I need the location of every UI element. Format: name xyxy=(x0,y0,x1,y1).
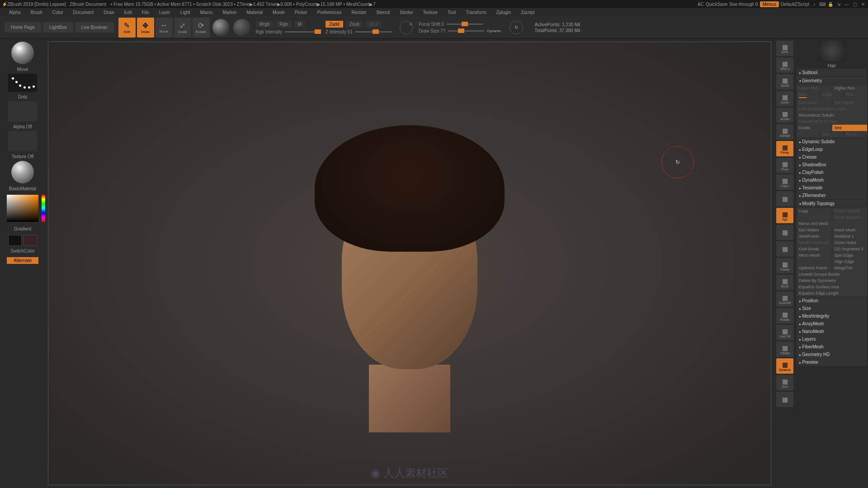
view-button[interactable]: ▦ xyxy=(776,392,793,407)
Scroll-button[interactable]: ▦Scroll xyxy=(776,74,793,89)
switch-color-button[interactable]: SwitchColor xyxy=(3,249,42,253)
layers-section[interactable]: Layers xyxy=(797,335,867,343)
gd-segments-3-button[interactable]: GD Segments 3 xyxy=(832,246,868,252)
m-button[interactable]: M xyxy=(294,21,305,28)
secondary-color-swatch[interactable] xyxy=(24,235,37,246)
rgb-button[interactable]: Rgb xyxy=(276,21,291,28)
dynamic-subdiv-section[interactable]: Dynamic Subdiv xyxy=(797,138,867,145)
zadd-button[interactable]: Zadd xyxy=(326,21,343,28)
menu-transform[interactable]: Transform xyxy=(466,10,486,15)
preview-section[interactable]: Preview xyxy=(797,358,867,366)
Floor-button[interactable]: ▦Floor xyxy=(776,158,793,173)
menu-movie[interactable]: Movie xyxy=(273,10,285,15)
menu-light[interactable]: Light xyxy=(180,10,190,15)
menu-zscript[interactable]: Zscript xyxy=(521,10,534,15)
size-section[interactable]: Size xyxy=(797,305,867,312)
paste-replace-button[interactable]: Paste Replace xyxy=(832,214,868,221)
Line Fill-button[interactable]: ▦Line Fill xyxy=(776,325,793,340)
menu-brush[interactable]: Brush xyxy=(31,10,42,15)
alternate-button[interactable]: Alternate xyxy=(7,257,38,264)
viewport[interactable]: www.rrcg.cn ◉ 人人素材社区 xyxy=(48,42,771,485)
Move-button[interactable]: ▦Move xyxy=(776,275,793,290)
lightbox-tab[interactable]: LightBox xyxy=(43,22,73,33)
draw-tool-button[interactable]: ✥Draw xyxy=(137,18,154,38)
menu-marker[interactable]: Marker xyxy=(222,10,236,15)
align-edge-button[interactable]: Align Edge xyxy=(832,258,868,265)
color-picker[interactable] xyxy=(7,195,38,222)
delete-by-symmetry-button[interactable]: Delete By Symmetry xyxy=(797,277,867,284)
del-lower-button[interactable]: Del Lower xyxy=(797,99,832,106)
menus-button[interactable]: Menus xyxy=(760,1,779,7)
move-tool-button[interactable]: ↔Move xyxy=(156,18,173,38)
Persp-button[interactable]: ▦Persp xyxy=(776,141,793,156)
divide-button[interactable]: Divide xyxy=(797,125,832,131)
BPR-button[interactable]: ▦BPR xyxy=(776,41,793,56)
menu-macro[interactable]: Macro xyxy=(200,10,213,15)
LSym-button[interactable]: ▦LSym xyxy=(776,174,793,190)
SPix 3-button[interactable]: ▦SPix 3 xyxy=(776,57,793,73)
menu-tool[interactable]: Tool xyxy=(448,10,456,15)
gradient-label[interactable]: Gradient xyxy=(3,226,42,231)
lock-icon[interactable]: 🔒 xyxy=(827,1,834,7)
s-curve-icon[interactable]: S xyxy=(400,21,413,34)
menu-texture[interactable]: Texture xyxy=(423,10,438,15)
claypolish-section[interactable]: ClayPolish xyxy=(797,169,867,176)
menu-stroke[interactable]: Stroke xyxy=(400,10,413,15)
cell-button[interactable] xyxy=(797,214,832,221)
scale-tool-button[interactable]: ⤢Scale xyxy=(174,18,191,38)
default-zscript-button[interactable]: DefaultZScript xyxy=(781,2,809,7)
live-boolean-tab[interactable]: Live Boolean xyxy=(75,22,114,33)
close-icon[interactable]: ✕ xyxy=(860,1,866,7)
Dynamic-button[interactable]: ▦Dynamic xyxy=(776,358,793,374)
menu-render[interactable]: Render xyxy=(352,10,367,15)
suv-button[interactable]: Suv xyxy=(820,131,843,137)
subtool-section[interactable]: Subtool xyxy=(797,69,867,76)
reuv-button[interactable]: ReUV xyxy=(844,131,867,137)
modify-topology-section[interactable]: Modify Topology xyxy=(797,200,867,207)
menu-draw[interactable]: Draw xyxy=(104,10,114,15)
del-hidden-button[interactable]: Del Hidden xyxy=(797,227,832,233)
maximize-icon[interactable]: ▢ xyxy=(852,1,858,7)
Solo-button[interactable]: ▦Solo xyxy=(776,375,793,390)
meshfrombrush-button[interactable]: MeshFromBrush xyxy=(797,239,832,246)
rstr-button[interactable]: Rstr xyxy=(844,91,867,99)
Frame-button[interactable]: ▦Frame xyxy=(776,258,793,273)
menu-layer[interactable]: Layer xyxy=(159,10,170,15)
menu-material[interactable]: Material xyxy=(247,10,263,15)
quicksave-button[interactable]: QuickSave xyxy=(706,2,727,7)
copy-button[interactable]: Copy xyxy=(797,208,832,214)
alpha-thumbnail[interactable] xyxy=(8,101,37,122)
menu-picker[interactable]: Picker xyxy=(295,10,307,15)
Actual-button[interactable]: ▦Actual xyxy=(776,108,793,123)
menu-preferences[interactable]: Preferences xyxy=(317,10,342,15)
close-holes-button[interactable]: Close Holes xyxy=(832,239,868,246)
spin-edge-button[interactable]: Spin Edge xyxy=(832,252,868,258)
rotate-tool-button[interactable]: ⟳Rotate xyxy=(193,18,210,38)
menu-zplugin[interactable]: Zplugin xyxy=(496,10,511,15)
main-color-swatch[interactable] xyxy=(8,235,22,246)
zsub-button[interactable]: Zsub xyxy=(346,21,363,28)
stroke-thumbnail[interactable] xyxy=(8,74,37,92)
fibermesh-section[interactable]: FiberMesh xyxy=(797,343,867,351)
menu-document[interactable]: Document xyxy=(73,10,94,15)
refresh-icon[interactable]: ↻ xyxy=(509,21,523,34)
grid-divide-button[interactable]: Grid Divide xyxy=(797,246,832,252)
cell-button[interactable] xyxy=(797,258,832,265)
keyboard-icon[interactable]: ⌨ xyxy=(819,1,826,7)
mirror-and-weld-button[interactable]: Mirror And Weld xyxy=(797,221,867,227)
reconstruct-subdiv-button[interactable]: Reconstruct Subdiv xyxy=(797,112,867,118)
mrgb-button[interactable]: Mrgb xyxy=(256,21,274,28)
smt-button[interactable]: Smt xyxy=(832,125,868,131)
gizmo-sphere-button[interactable] xyxy=(212,19,230,36)
lower-res-button[interactable]: Lower Res xyxy=(797,85,832,91)
view-button[interactable]: ▦ xyxy=(776,225,793,240)
material-thumbnail[interactable] xyxy=(11,161,34,183)
collapse-icon[interactable]: ⇲ xyxy=(835,1,842,7)
focal-shift-slider[interactable] xyxy=(447,23,483,25)
brush-thumbnail[interactable] xyxy=(11,42,34,64)
AAHalf-button[interactable]: ▦AAHalf xyxy=(776,124,793,140)
zremesher-section[interactable]: ZRemesher xyxy=(797,192,867,199)
minimize-icon[interactable]: — xyxy=(844,1,850,7)
menu-edit[interactable]: Edit xyxy=(124,10,132,15)
tessimate-section[interactable]: Tessimate xyxy=(797,184,867,192)
